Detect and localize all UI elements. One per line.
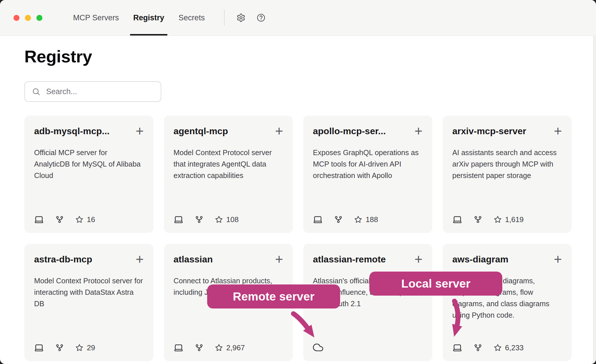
star-count-value: 16	[87, 215, 95, 224]
add-server-button[interactable]: +	[414, 125, 422, 137]
server-card-apollo-mcp-server[interactable]: apollo-mcp-ser... + Exposes GraphQL oper…	[303, 116, 432, 233]
star-count: 29	[75, 343, 95, 352]
star-count: 188	[354, 215, 378, 224]
star-icon	[354, 215, 362, 223]
card-description: Official MCP server for AnalyticDB for M…	[34, 147, 144, 181]
card-title: agentql-mcp	[174, 126, 228, 136]
scrollbar[interactable]	[593, 35, 596, 364]
card-footer: 188	[313, 208, 423, 224]
card-title: adb-mysql-mcp...	[34, 126, 109, 136]
star-count: 108	[215, 215, 239, 224]
git-fork-icon	[474, 215, 482, 224]
titlebar: MCP Servers Registry Secrets	[0, 0, 596, 36]
card-title: atlassian-remote	[313, 254, 386, 265]
star-count-value: 1,619	[505, 215, 524, 224]
card-footer: 2,967	[174, 336, 283, 353]
git-fork-icon	[195, 343, 203, 352]
cloud-icon	[313, 342, 323, 353]
laptop-icon	[452, 343, 462, 353]
star-count-value: 108	[226, 215, 239, 224]
local-server-callout: Local server	[369, 272, 502, 296]
card-description: Exposes GraphQL operations as MCP tools …	[313, 147, 423, 181]
star-count-value: 188	[366, 215, 378, 224]
app-window: MCP Servers Registry Secrets Registry ad…	[0, 0, 596, 364]
laptop-icon	[34, 343, 44, 353]
zoom-button[interactable]	[36, 15, 42, 21]
star-icon	[494, 344, 502, 352]
help-icon	[256, 13, 266, 22]
close-button[interactable]	[13, 15, 19, 21]
card-title: apollo-mcp-ser...	[313, 126, 386, 136]
header-divider	[224, 10, 225, 26]
card-footer	[313, 335, 423, 353]
git-fork-icon	[55, 343, 64, 352]
git-fork-icon	[474, 343, 482, 352]
minimize-button[interactable]	[25, 15, 31, 21]
card-footer: 108	[174, 208, 283, 224]
star-count-value: 2,967	[226, 343, 245, 352]
card-footer: 1,619	[452, 208, 562, 224]
card-title: aws-diagram	[452, 254, 509, 265]
laptop-icon	[452, 215, 462, 224]
git-fork-icon	[334, 215, 343, 224]
server-card-adb-mysql-mcp[interactable]: adb-mysql-mcp... + Official MCP server f…	[24, 116, 154, 233]
card-title: arxiv-mcp-server	[452, 126, 526, 136]
search-input[interactable]	[46, 87, 154, 96]
star-icon	[75, 215, 83, 223]
help-button[interactable]	[253, 10, 269, 25]
server-card-arxiv-mcp-server[interactable]: arxiv-mcp-server + AI assistants search …	[443, 116, 572, 233]
tab-secrets[interactable]: Secrets	[171, 0, 212, 35]
add-server-button[interactable]: +	[275, 253, 283, 265]
star-icon	[215, 344, 223, 352]
add-server-button[interactable]: +	[136, 253, 144, 265]
star-count-value: 29	[87, 343, 95, 352]
server-card-agentql-mcp[interactable]: agentql-mcp + Model Context Protocol ser…	[164, 116, 293, 233]
card-footer: 16	[34, 208, 144, 224]
star-count: 16	[75, 215, 95, 224]
star-count: 6,233	[494, 343, 524, 352]
tab-mcp-servers[interactable]: MCP Servers	[66, 0, 126, 35]
laptop-icon	[174, 215, 183, 224]
card-title: astra-db-mcp	[34, 254, 92, 265]
git-fork-icon	[195, 215, 203, 224]
star-icon	[215, 215, 223, 223]
remote-server-arrow-icon	[289, 311, 323, 343]
nav-tabs: MCP Servers Registry Secrets	[66, 0, 212, 35]
card-description: Model Context Protocol server for intera…	[34, 275, 144, 309]
laptop-icon	[313, 215, 323, 224]
search-icon	[32, 87, 40, 96]
card-description: AI assistants search and access arXiv pa…	[452, 147, 562, 181]
add-server-button[interactable]: +	[554, 125, 562, 137]
header-actions	[233, 0, 269, 35]
star-icon	[494, 215, 502, 223]
card-footer: 29	[34, 336, 144, 353]
star-count: 1,619	[494, 215, 524, 224]
laptop-icon	[174, 343, 183, 353]
star-count-value: 6,233	[505, 343, 524, 352]
star-count: 2,967	[215, 343, 245, 352]
add-server-button[interactable]: +	[275, 125, 283, 137]
add-server-button[interactable]: +	[554, 253, 562, 265]
gear-icon	[236, 13, 246, 22]
page-title: Registry	[24, 47, 572, 66]
traffic-lights	[0, 0, 42, 35]
star-icon	[75, 344, 83, 352]
card-description: Model Context Protocol server that integ…	[174, 147, 283, 181]
git-fork-icon	[55, 215, 64, 224]
remote-server-callout: Remote server	[207, 284, 340, 308]
card-title: atlassian	[174, 254, 213, 265]
server-card-astra-db-mcp[interactable]: astra-db-mcp + Model Context Protocol se…	[24, 244, 154, 361]
settings-button[interactable]	[233, 10, 249, 25]
local-server-arrow-icon	[446, 299, 472, 339]
laptop-icon	[34, 215, 44, 224]
add-server-button[interactable]: +	[414, 253, 422, 265]
add-server-button[interactable]: +	[136, 125, 144, 137]
tab-registry[interactable]: Registry	[126, 0, 171, 35]
search-box	[24, 81, 161, 102]
